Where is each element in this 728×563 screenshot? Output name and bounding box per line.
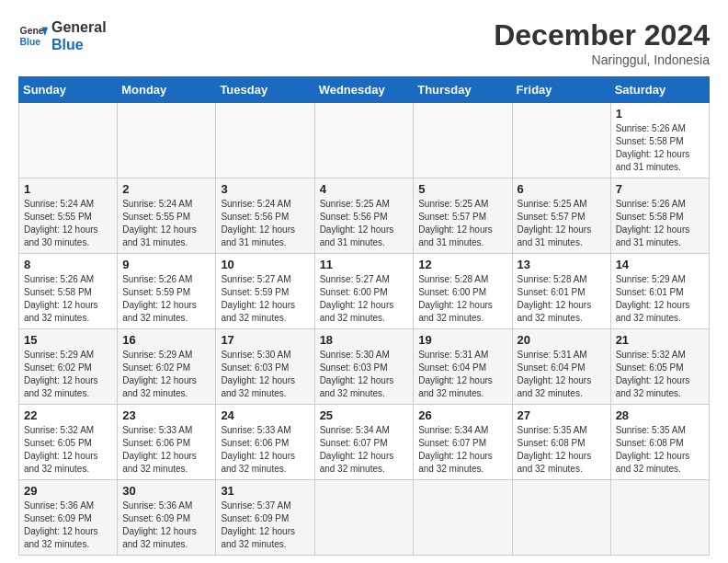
day-info: Sunrise: 5:33 AM Sunset: 6:06 PM Dayligh… — [122, 424, 210, 476]
day-cell-9: 9 Sunrise: 5:26 AM Sunset: 5:59 PM Dayli… — [118, 254, 216, 329]
empty-cell — [414, 480, 512, 556]
day-cell-15: 15 Sunrise: 5:29 AM Sunset: 6:02 PM Dayl… — [19, 329, 118, 405]
day-cell-23: 23 Sunrise: 5:33 AM Sunset: 6:06 PM Dayl… — [118, 405, 216, 480]
header-wednesday: Wednesday — [314, 77, 414, 103]
logo: General Blue General Blue — [18, 18, 107, 53]
day-info: Sunrise: 5:37 AM Sunset: 6:09 PM Dayligh… — [221, 500, 309, 551]
day-number: 31 — [221, 484, 309, 498]
day-cell-27: 27 Sunrise: 5:35 AM Sunset: 6:08 PM Dayl… — [512, 405, 610, 480]
day-info: Sunrise: 5:26 AM Sunset: 5:58 PM Dayligh… — [616, 198, 704, 249]
location-subtitle: Naringgul, Indonesia — [494, 52, 710, 67]
page-header: General Blue General Blue December 2024 … — [18, 18, 710, 67]
day-number: 11 — [320, 258, 409, 271]
day-info: Sunrise: 5:35 AM Sunset: 6:08 PM Dayligh… — [616, 424, 704, 476]
day-cell-13: 13 Sunrise: 5:28 AM Sunset: 6:01 PM Dayl… — [512, 254, 610, 329]
day-info: Sunrise: 5:27 AM Sunset: 5:59 PM Dayligh… — [221, 273, 309, 325]
day-info: Sunrise: 5:25 AM Sunset: 5:57 PM Dayligh… — [518, 198, 606, 249]
header-tuesday: Tuesday — [216, 77, 314, 103]
day-info: Sunrise: 5:31 AM Sunset: 6:04 PM Dayligh… — [418, 349, 506, 400]
day-number: 6 — [518, 182, 606, 196]
day-info: Sunrise: 5:31 AM Sunset: 6:04 PM Dayligh… — [518, 349, 606, 400]
day-cell-29: 29 Sunrise: 5:36 AM Sunset: 6:09 PM Dayl… — [19, 480, 118, 556]
day-number: 20 — [518, 333, 606, 347]
day-info: Sunrise: 5:24 AM Sunset: 5:55 PM Dayligh… — [24, 198, 112, 249]
logo-text: General — [51, 18, 107, 36]
logo-icon: General Blue — [18, 21, 48, 51]
week-row-5: 29 Sunrise: 5:36 AM Sunset: 6:09 PM Dayl… — [19, 480, 710, 556]
day-number: 13 — [518, 258, 606, 271]
day-number: 2 — [122, 182, 210, 196]
day-cell-20: 20 Sunrise: 5:31 AM Sunset: 6:04 PM Dayl… — [512, 329, 610, 405]
day-info: Sunrise: 5:26 AM Sunset: 5:58 PM Dayligh… — [24, 273, 112, 325]
day-number: 25 — [320, 408, 409, 422]
day-number: 9 — [122, 258, 210, 271]
day-cell-1: 1 Sunrise: 5:26 AM Sunset: 5:58 PM Dayli… — [610, 103, 709, 178]
day-cell-21: 21 Sunrise: 5:32 AM Sunset: 6:05 PM Dayl… — [610, 329, 709, 405]
day-info: Sunrise: 5:24 AM Sunset: 5:56 PM Dayligh… — [221, 198, 309, 249]
day-number: 4 — [320, 182, 409, 196]
svg-text:Blue: Blue — [20, 37, 41, 47]
day-info: Sunrise: 5:26 AM Sunset: 5:58 PM Dayligh… — [616, 122, 704, 174]
title-block: December 2024 Naringgul, Indonesia — [494, 18, 710, 67]
calendar-table: SundayMondayTuesdayWednesdayThursdayFrid… — [18, 76, 710, 556]
day-info: Sunrise: 5:25 AM Sunset: 5:57 PM Dayligh… — [418, 198, 506, 249]
day-cell-12: 12 Sunrise: 5:28 AM Sunset: 6:00 PM Dayl… — [414, 254, 512, 329]
day-info: Sunrise: 5:27 AM Sunset: 6:00 PM Dayligh… — [320, 273, 409, 325]
day-cell-24: 24 Sunrise: 5:33 AM Sunset: 6:06 PM Dayl… — [216, 405, 314, 480]
header-sunday: Sunday — [19, 77, 118, 103]
week-row-1: 1 Sunrise: 5:24 AM Sunset: 5:55 PM Dayli… — [19, 178, 710, 254]
month-title: December 2024 — [494, 18, 710, 52]
day-cell-8: 8 Sunrise: 5:26 AM Sunset: 5:58 PM Dayli… — [19, 254, 118, 329]
day-number: 24 — [221, 408, 309, 422]
week-row-2: 8 Sunrise: 5:26 AM Sunset: 5:58 PM Dayli… — [19, 254, 710, 329]
day-cell-30: 30 Sunrise: 5:36 AM Sunset: 6:09 PM Dayl… — [118, 480, 216, 556]
day-number: 26 — [418, 408, 506, 422]
header-monday: Monday — [118, 77, 216, 103]
empty-cell — [512, 103, 610, 178]
day-number: 27 — [518, 408, 606, 422]
day-cell-2: 2 Sunrise: 5:24 AM Sunset: 5:55 PM Dayli… — [118, 178, 216, 254]
day-cell-26: 26 Sunrise: 5:34 AM Sunset: 6:07 PM Dayl… — [414, 405, 512, 480]
day-info: Sunrise: 5:32 AM Sunset: 6:05 PM Dayligh… — [616, 349, 704, 400]
day-info: Sunrise: 5:36 AM Sunset: 6:09 PM Dayligh… — [24, 500, 112, 551]
header-thursday: Thursday — [414, 77, 512, 103]
header-friday: Friday — [512, 77, 610, 103]
empty-cell — [216, 103, 314, 178]
day-number: 22 — [24, 408, 112, 422]
empty-cell — [19, 103, 118, 178]
day-info: Sunrise: 5:26 AM Sunset: 5:59 PM Dayligh… — [122, 273, 210, 325]
day-number: 1 — [616, 107, 704, 121]
day-number: 3 — [221, 182, 309, 196]
day-number: 5 — [418, 182, 506, 196]
day-number: 1 — [24, 182, 112, 196]
day-info: Sunrise: 5:32 AM Sunset: 6:05 PM Dayligh… — [24, 424, 112, 476]
day-info: Sunrise: 5:24 AM Sunset: 5:55 PM Dayligh… — [122, 198, 210, 249]
day-cell-5: 5 Sunrise: 5:25 AM Sunset: 5:57 PM Dayli… — [414, 178, 512, 254]
day-number: 28 — [616, 408, 704, 422]
day-number: 19 — [418, 333, 506, 347]
day-number: 17 — [221, 333, 309, 347]
day-cell-16: 16 Sunrise: 5:29 AM Sunset: 6:02 PM Dayl… — [118, 329, 216, 405]
day-info: Sunrise: 5:30 AM Sunset: 6:03 PM Dayligh… — [320, 349, 409, 400]
day-cell-17: 17 Sunrise: 5:30 AM Sunset: 6:03 PM Dayl… — [216, 329, 314, 405]
day-info: Sunrise: 5:36 AM Sunset: 6:09 PM Dayligh… — [122, 500, 210, 551]
day-info: Sunrise: 5:29 AM Sunset: 6:02 PM Dayligh… — [24, 349, 112, 400]
day-cell-28: 28 Sunrise: 5:35 AM Sunset: 6:08 PM Dayl… — [610, 405, 709, 480]
day-number: 30 — [122, 484, 210, 498]
day-number: 10 — [221, 258, 309, 271]
day-cell-22: 22 Sunrise: 5:32 AM Sunset: 6:05 PM Dayl… — [19, 405, 118, 480]
day-info: Sunrise: 5:28 AM Sunset: 6:01 PM Dayligh… — [518, 273, 606, 325]
day-number: 29 — [24, 484, 112, 498]
day-info: Sunrise: 5:28 AM Sunset: 6:00 PM Dayligh… — [418, 273, 506, 325]
day-info: Sunrise: 5:25 AM Sunset: 5:56 PM Dayligh… — [320, 198, 409, 249]
week-row-4: 22 Sunrise: 5:32 AM Sunset: 6:05 PM Dayl… — [19, 405, 710, 480]
day-cell-31: 31 Sunrise: 5:37 AM Sunset: 6:09 PM Dayl… — [216, 480, 314, 556]
day-number: 12 — [418, 258, 506, 271]
logo-subtext: Blue — [51, 36, 107, 53]
day-cell-19: 19 Sunrise: 5:31 AM Sunset: 6:04 PM Dayl… — [414, 329, 512, 405]
empty-cell — [512, 480, 610, 556]
day-info: Sunrise: 5:33 AM Sunset: 6:06 PM Dayligh… — [221, 424, 309, 476]
calendar-body: 1 Sunrise: 5:26 AM Sunset: 5:58 PM Dayli… — [19, 103, 710, 556]
day-info: Sunrise: 5:30 AM Sunset: 6:03 PM Dayligh… — [221, 349, 309, 400]
empty-cell — [414, 103, 512, 178]
